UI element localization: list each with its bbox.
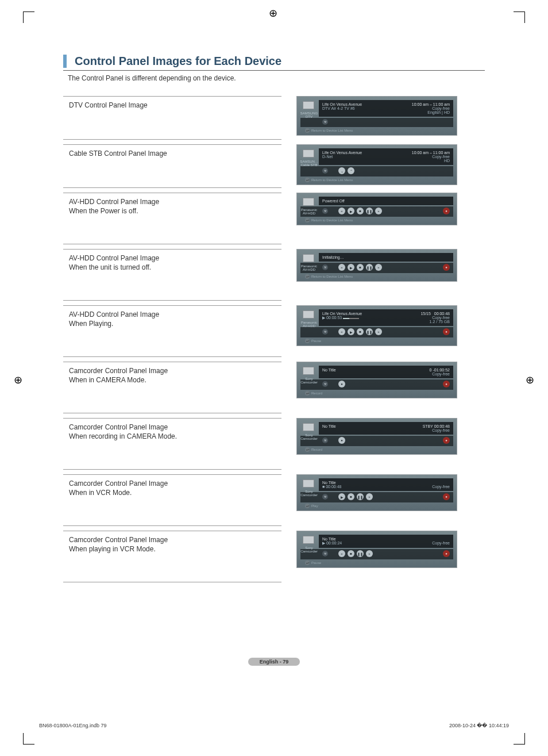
rec-stop-button[interactable]: ● bbox=[338, 437, 345, 444]
panel-button-row: ⚒«▶■❚❚»● bbox=[300, 263, 453, 273]
record-button[interactable]: ● bbox=[443, 328, 450, 335]
divider bbox=[63, 70, 485, 71]
section-title: Control Panel Images for Each Device bbox=[75, 55, 485, 68]
device-row: AV-HDD Control Panel ImageWhen the unit … bbox=[63, 249, 485, 301]
stop-button[interactable]: ■ bbox=[348, 493, 354, 500]
rew-button[interactable]: « bbox=[338, 550, 345, 557]
rew-button[interactable]: « bbox=[338, 264, 345, 271]
panel-header: Life On Venus Avenue15/15 00:00:48▶ 00:0… bbox=[319, 309, 453, 326]
tools-button[interactable]: ⚒ bbox=[322, 494, 328, 500]
device-sublabel: When recording in CAMERA Mode. bbox=[69, 432, 278, 440]
panel-cell: PanasonicAV-HDDInitializing…⚒«▶■❚❚»●⮐Ret… bbox=[281, 249, 485, 282]
device-type-label: SAMSUN…Cable STB bbox=[299, 160, 319, 167]
device-label-cell: Cable STB Control Panel Image bbox=[63, 144, 281, 188]
program-title: No Title bbox=[322, 424, 336, 428]
ff-button[interactable]: » bbox=[375, 208, 382, 214]
panel-header: Life On Venus Avenue10:00 am – 11:00 amD… bbox=[319, 100, 453, 117]
program-time: STBY 00:00:48 bbox=[423, 424, 450, 428]
tools-button[interactable]: ⚒ bbox=[322, 329, 328, 335]
ff-button[interactable]: » bbox=[375, 328, 382, 335]
document-id: BN68-01800A-01Eng.indb 79 bbox=[39, 723, 107, 728]
tools-button[interactable]: ⚒ bbox=[322, 168, 328, 174]
play-button[interactable]: ▶ bbox=[348, 208, 354, 214]
panel-footer-hint: ⮐Return to Device List Menu bbox=[300, 127, 453, 133]
device-row: Camcorder Control Panel ImageWhen in VCR… bbox=[63, 474, 485, 526]
panel-header: No TitleSTBY 00:00:48Copy-free bbox=[319, 422, 453, 435]
tools-button[interactable]: ⚒ bbox=[322, 551, 328, 557]
pause-button[interactable]: ❚❚ bbox=[366, 328, 373, 335]
record-button[interactable]: ● bbox=[443, 208, 450, 214]
device-type-label: PanasonicAV-HDD bbox=[299, 208, 319, 215]
tools-button[interactable]: ⚒ bbox=[322, 119, 328, 125]
stop-button[interactable]: ■ bbox=[357, 264, 364, 271]
ff-button[interactable]: » bbox=[366, 493, 373, 500]
rew-button[interactable]: « bbox=[338, 208, 345, 214]
pause-button[interactable]: ❚❚ bbox=[357, 550, 364, 557]
copy-status: Copy-free bbox=[432, 372, 450, 376]
program-subtitle: ▶ 00:00:53 bbox=[322, 316, 360, 324]
rew-button[interactable]: « bbox=[338, 328, 345, 335]
device-label-cell: Camcorder Control Panel ImageWhen record… bbox=[63, 418, 281, 470]
tools-button[interactable]: ⚒ bbox=[322, 438, 328, 443]
device-label-cell: Camcorder Control Panel ImageWhen in VCR… bbox=[63, 474, 281, 526]
panel-footer-hint: ⮐Pause bbox=[300, 559, 453, 565]
hint-icon: ⮐ bbox=[305, 561, 310, 565]
ch-down-button[interactable]: ⌄ bbox=[338, 167, 345, 174]
ff-button[interactable]: » bbox=[366, 550, 373, 557]
program-subtitle: ■ 00:00:48 bbox=[322, 485, 341, 489]
device-sublabel: When the unit is turned off. bbox=[69, 263, 278, 271]
device-icon bbox=[303, 310, 314, 318]
record-button[interactable]: ● bbox=[443, 437, 450, 444]
progress-bar bbox=[343, 318, 359, 319]
hint-icon: ⮐ bbox=[305, 218, 310, 222]
stop-button[interactable]: ■ bbox=[357, 208, 364, 214]
panel-header: No Title▶ 00:00:24Copy-free bbox=[319, 535, 453, 548]
panel-button-row: ⚒«■❚❚»● bbox=[300, 549, 453, 559]
record-button[interactable]: ● bbox=[443, 550, 450, 557]
pause-button[interactable]: ❚❚ bbox=[357, 493, 364, 500]
device-label: Camcorder Control Panel Image bbox=[69, 536, 278, 544]
tools-button[interactable]: ⚒ bbox=[322, 264, 328, 270]
play-button[interactable]: ▶ bbox=[348, 328, 354, 335]
crop-corner-icon bbox=[23, 11, 34, 23]
device-icon bbox=[303, 198, 314, 206]
ff-button[interactable]: » bbox=[375, 264, 382, 271]
registration-mark-icon: ⊕ bbox=[14, 374, 22, 386]
device-row: Camcorder Control Panel ImageWhen in CAM… bbox=[63, 362, 485, 413]
play-button[interactable]: ▶ bbox=[348, 264, 354, 271]
program-time: 0 -01:00:52 bbox=[430, 368, 450, 372]
panel-footer-hint: ⮐Return to Device List Menu bbox=[300, 273, 453, 279]
device-label: DTV Control Panel Image bbox=[69, 101, 278, 109]
stop-button[interactable]: ■ bbox=[357, 328, 364, 335]
panel-button-row: ⚒●● bbox=[300, 379, 453, 390]
control-panel: SonyCamcorderNo Title▶ 00:00:24Copy-free… bbox=[296, 531, 457, 568]
program-title: Life On Venus Avenue bbox=[322, 151, 362, 155]
panel-header: Initializing… bbox=[319, 253, 453, 262]
panel-header: No Title0 -01:00:52Copy-free bbox=[319, 366, 453, 378]
program-title: No Title bbox=[322, 368, 336, 372]
device-label: AV-HDD Control Panel Image bbox=[69, 198, 278, 206]
hint-icon: ⮐ bbox=[305, 178, 310, 182]
play-button[interactable]: ▶ bbox=[338, 493, 345, 500]
record-button[interactable]: ● bbox=[443, 264, 450, 271]
device-row: DTV Control Panel ImageSAMSUNGDTVLife On… bbox=[63, 96, 485, 140]
device-type-label: SonyCamcorder bbox=[299, 377, 319, 384]
stop-button[interactable]: ■ bbox=[348, 550, 354, 557]
copy-status: Copy-free bbox=[432, 155, 450, 159]
device-row: Camcorder Control Panel ImageWhen record… bbox=[63, 418, 485, 470]
device-type-label: SonyCamcorder bbox=[299, 546, 319, 553]
tools-button[interactable]: ⚒ bbox=[322, 208, 328, 214]
tools-button[interactable]: ⚒ bbox=[322, 381, 328, 387]
program-title: Life On Venus Avenue bbox=[322, 312, 362, 316]
record-button[interactable]: ● bbox=[443, 493, 450, 500]
record-button[interactable]: ● bbox=[443, 381, 450, 387]
program-title: Initializing… bbox=[322, 255, 344, 259]
device-label-cell: AV-HDD Control Panel ImageWhen Playing. bbox=[63, 305, 281, 357]
pause-button[interactable]: ❚❚ bbox=[366, 264, 373, 271]
rec-button[interactable]: ● bbox=[338, 381, 345, 387]
panel-header: Life On Venus Avenue10:00 am – 11:00 amD… bbox=[319, 148, 453, 165]
ch-up-button[interactable]: ⌃ bbox=[348, 167, 354, 174]
panel-cell: PanasonicAV-HDDLife On Venus Avenue15/15… bbox=[281, 305, 485, 346]
pause-button[interactable]: ❚❚ bbox=[366, 208, 373, 214]
copy-status: Copy-free bbox=[432, 485, 450, 489]
